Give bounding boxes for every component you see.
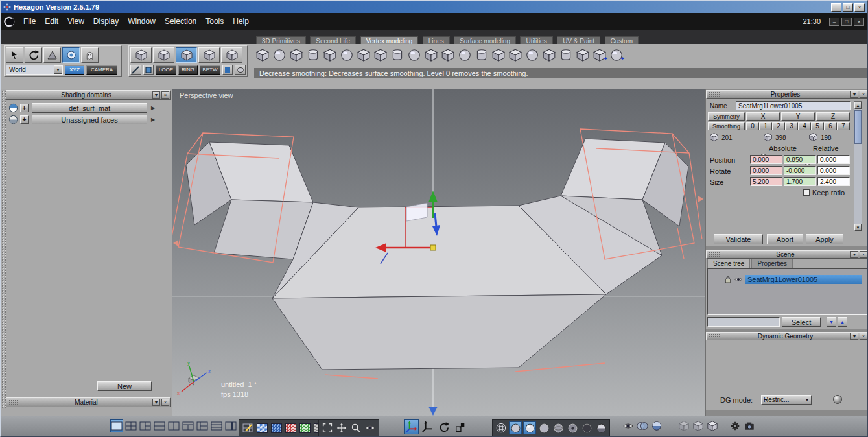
modeling-tool-icon[interactable] xyxy=(473,46,490,64)
add-domain-button[interactable]: + xyxy=(20,104,29,112)
smoothing-level-7[interactable]: 7 xyxy=(837,122,850,130)
layout-two-pane-icon[interactable] xyxy=(224,419,237,432)
grow-selection-icon[interactable] xyxy=(222,65,233,75)
tab-scene-tree[interactable]: Scene tree xyxy=(707,259,750,268)
layout-single-view-icon[interactable] xyxy=(110,419,123,432)
menu-item-window[interactable]: Window xyxy=(123,13,160,30)
smoothing-level-1[interactable]: 1 xyxy=(759,122,772,130)
abort-button[interactable]: Abort xyxy=(767,234,803,244)
rotate-y-field[interactable]: -0.000 xyxy=(784,166,816,175)
modeling-tool-icon[interactable] xyxy=(389,46,406,64)
domain-item-unassigned[interactable]: Unassigned faces xyxy=(32,115,147,124)
tab-scene-properties[interactable]: Properties xyxy=(751,259,793,268)
menu-item-edit[interactable]: Edit xyxy=(40,13,63,30)
select-faces-mode-icon[interactable] xyxy=(176,47,197,63)
validate-button[interactable]: Validate xyxy=(714,234,763,244)
collapse-panel-icon[interactable]: ▼ xyxy=(850,91,858,98)
modeling-tool-icon[interactable] xyxy=(507,46,524,64)
collapse-panel-icon[interactable]: ▼ xyxy=(152,91,160,99)
size-x-field[interactable]: 5.200 xyxy=(750,177,782,186)
modeling-tool-icon[interactable] xyxy=(372,46,389,64)
wireframe-mode-icon[interactable] xyxy=(495,421,508,434)
modeling-tool-icon[interactable] xyxy=(338,46,355,64)
size-y-field[interactable]: 1.700 xyxy=(784,177,816,186)
symmetry-button[interactable]: Symmetry xyxy=(708,112,745,121)
rotate-x-field[interactable]: 0.000 xyxy=(750,166,782,175)
ring-button[interactable]: RING xyxy=(178,65,198,75)
collapse-panel-icon[interactable]: ▼ xyxy=(850,251,858,258)
render-settings-gear-icon[interactable] xyxy=(729,419,742,432)
modeling-tool-icon[interactable] xyxy=(271,46,288,64)
add-loop-tool-icon[interactable]: + xyxy=(608,46,625,64)
rotate-z-field[interactable]: 0.000 xyxy=(817,166,850,175)
menu-item-tools[interactable]: Tools xyxy=(201,13,228,30)
dg-mode-dropdown[interactable]: Restric... ▼ xyxy=(761,395,812,405)
add-domain-button[interactable]: + xyxy=(20,115,29,124)
xray-mode-icon[interactable] xyxy=(636,419,649,432)
solid-cube-icon[interactable] xyxy=(706,419,719,432)
pan-view-icon[interactable] xyxy=(335,421,348,434)
smoothing-level-5[interactable]: 5 xyxy=(811,122,824,130)
layout-t-split-icon[interactable] xyxy=(182,419,194,432)
universal-manipulator-icon[interactable] xyxy=(420,419,435,434)
menu-item-help[interactable]: Help xyxy=(228,13,253,30)
select-up-icon[interactable]: ▲ xyxy=(838,317,847,327)
position-y-field[interactable]: 0.850 xyxy=(784,155,816,164)
smoothing-button[interactable]: Smoothing xyxy=(708,122,745,130)
modeling-tool-icon[interactable] xyxy=(322,46,338,64)
rotate-manipulator-icon[interactable] xyxy=(436,419,451,434)
visibility-eye-icon[interactable] xyxy=(734,275,743,284)
select-objects-mode-icon[interactable] xyxy=(198,47,220,63)
edge-paint-icon[interactable] xyxy=(143,65,154,75)
collapse-panel-icon[interactable]: ▼ xyxy=(152,399,160,406)
checker-red-icon[interactable] xyxy=(284,421,297,434)
symmetry-x-button[interactable]: X xyxy=(746,112,780,121)
scroll-thumb[interactable] xyxy=(854,110,862,144)
translate-manipulator-icon[interactable] xyxy=(404,419,419,434)
layout-vsplit-icon[interactable] xyxy=(167,419,180,432)
symmetry-z-button[interactable]: Z xyxy=(816,112,850,121)
menu-item-display[interactable]: Display xyxy=(89,13,123,30)
scene-tree-item[interactable]: SeatMrg1Lower01005 xyxy=(745,275,862,284)
smoothing-level-3[interactable]: 3 xyxy=(785,122,798,130)
double-sided-icon[interactable] xyxy=(650,419,663,432)
smoothing-level-4[interactable]: 4 xyxy=(798,122,811,130)
smoothing-level-0[interactable]: 0 xyxy=(746,122,759,130)
rotate-tool-icon[interactable] xyxy=(25,47,42,63)
domain-expand-icon[interactable]: ▶ xyxy=(151,117,155,123)
working-space-select[interactable]: World ▼ xyxy=(6,65,63,75)
close-panel-icon[interactable]: × xyxy=(161,399,169,406)
snapshot-camera-icon[interactable] xyxy=(743,419,756,432)
zoom-region-icon[interactable] xyxy=(349,421,362,434)
position-x-field[interactable]: 0.000 xyxy=(750,155,782,164)
soft-select-tool-icon[interactable] xyxy=(62,47,80,63)
modeling-tool-icon[interactable] xyxy=(557,46,574,64)
add-points-tool-icon[interactable]: + xyxy=(591,46,608,64)
close-panel-icon[interactable]: × xyxy=(860,251,867,258)
dark-shading-icon[interactable] xyxy=(580,421,593,434)
layout-three-view-icon[interactable] xyxy=(139,419,152,432)
modeling-tool-icon[interactable] xyxy=(254,46,271,64)
shaded-wire-icon[interactable] xyxy=(552,421,565,434)
modeling-tool-icon[interactable] xyxy=(524,46,541,64)
textured-shading-icon[interactable] xyxy=(537,421,550,434)
backlight-icon[interactable] xyxy=(594,421,607,434)
ghost-select-tool-icon[interactable] xyxy=(81,47,99,63)
new-domain-button[interactable]: New xyxy=(97,381,152,391)
close-button[interactable]: × xyxy=(854,3,865,12)
scroll-up-icon[interactable]: ▲ xyxy=(854,102,862,109)
grid-blue-icon[interactable] xyxy=(255,421,268,434)
show-normals-icon[interactable] xyxy=(622,419,635,432)
modeling-tool-icon[interactable] xyxy=(288,46,305,64)
smooth-shading-icon[interactable] xyxy=(523,421,536,434)
flat-shading-icon[interactable] xyxy=(509,421,522,434)
smoothing-level-2[interactable]: 2 xyxy=(772,122,785,130)
layout-hbars-icon[interactable] xyxy=(210,419,223,432)
select-tool-icon[interactable] xyxy=(6,47,23,63)
camera-axis-button[interactable]: CAMERA xyxy=(86,65,117,75)
ghost-cube-25-icon[interactable] xyxy=(677,419,690,432)
close-panel-icon[interactable]: × xyxy=(860,91,867,98)
modeling-tool-icon[interactable] xyxy=(305,46,322,64)
modeling-tool-icon[interactable] xyxy=(406,46,423,64)
scroll-down-icon[interactable]: ▼ xyxy=(854,224,862,231)
